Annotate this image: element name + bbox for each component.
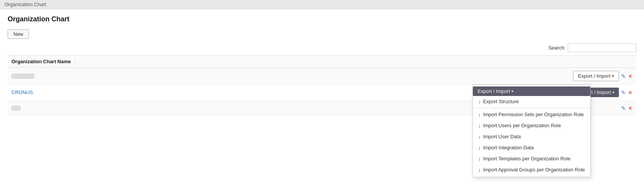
dropdown-item-import-approval-groups[interactable]: ↓ Import Approval Groups per Organizatio…: [473, 164, 590, 175]
download-icon-permission: ↓: [478, 112, 481, 117]
dropdown-item-import-integration-data[interactable]: ↓ Import Integration Data: [473, 142, 590, 153]
download-icon-templates: ↓: [478, 156, 481, 161]
download-icon-export: ↓: [478, 99, 481, 104]
table-container: Organization Chart Name ↑ Export / Impor…: [8, 55, 636, 116]
sort-indicator: ↑: [74, 59, 76, 64]
search-input[interactable]: [568, 43, 636, 52]
delete-icon-row3[interactable]: ✕: [628, 105, 633, 111]
edit-icon-row3[interactable]: ✎: [621, 105, 626, 111]
delete-icon-row1[interactable]: ✕: [628, 73, 633, 79]
edit-icon-row1[interactable]: ✎: [621, 73, 626, 79]
column-name-header: Organization Chart Name ↑: [11, 59, 633, 64]
table-row: Export / Import ▾ ✎ ✕: [8, 68, 636, 85]
toolbar: New: [8, 29, 636, 39]
download-icon-users-role: ↓: [478, 123, 481, 128]
dropdown-item-import-users-per-role[interactable]: ↓ Import Users per Organization Role: [473, 120, 590, 131]
dropdown-item-export-structure[interactable]: ↓ Export Structure: [473, 96, 590, 107]
new-button[interactable]: New: [8, 29, 29, 39]
row-actions-row3: ✎ ✕: [621, 105, 633, 111]
dropdown-divider: [473, 108, 590, 108]
export-import-dropdown: Export / Import ▾ ↓ Export Structure ↓ I…: [473, 85, 591, 177]
search-label: Search:: [548, 45, 566, 51]
dropdown-item-import-permission-sets[interactable]: ↓ Import Permission Sets per Organizatio…: [473, 109, 590, 120]
download-icon-approval: ↓: [478, 167, 481, 173]
delete-icon-row2[interactable]: ✕: [628, 90, 633, 96]
table-row-cronus: CRONUS Export / Import ▾ ✎ ✕ Export / Im…: [8, 85, 636, 101]
blurred-name: [11, 74, 34, 79]
download-icon-user-data: ↓: [478, 134, 481, 139]
page-container: Organization Chart New Search: Organizat…: [0, 9, 644, 195]
table-header: Organization Chart Name ↑: [8, 56, 636, 68]
chevron-icon: ▾: [612, 74, 614, 78]
row-name-blurred: [11, 74, 573, 79]
dropdown-item-import-templates[interactable]: ↓ Import Templates per Organization Role: [473, 153, 590, 164]
dropdown-chevron: ▾: [511, 89, 513, 93]
title-bar: Organization Chart: [0, 0, 644, 9]
page-title: Organization Chart: [8, 15, 636, 23]
dropdown-header-button[interactable]: Export / Import ▾: [473, 86, 590, 96]
dropdown-item-import-user-data[interactable]: ↓ Import User Data: [473, 131, 590, 142]
edit-icon-row2[interactable]: ✎: [621, 90, 626, 96]
download-icon-integration: ↓: [478, 145, 481, 150]
blurred-name-3: [11, 105, 21, 111]
chevron-icon-row2: ▾: [612, 90, 614, 94]
search-bar: Search:: [8, 43, 636, 52]
title-bar-label: Organization Chart: [5, 2, 46, 7]
export-import-button-row1[interactable]: Export / Import ▾: [573, 71, 619, 81]
row-actions: Export / Import ▾ ✎ ✕: [573, 71, 633, 81]
